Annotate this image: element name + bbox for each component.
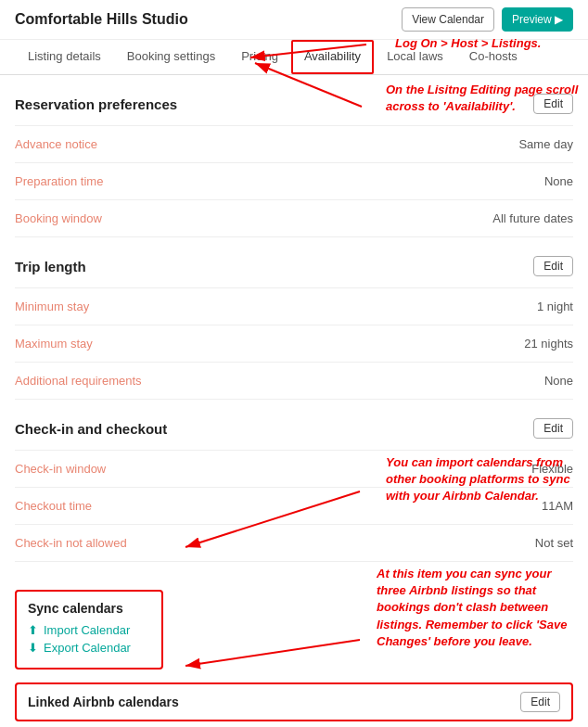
preparation-time-value: None bbox=[544, 174, 573, 188]
minimum-stay-label: Minimum stay bbox=[15, 300, 89, 313]
export-icon: ⬇ bbox=[28, 641, 38, 655]
maximum-stay-label: Maximum stay bbox=[15, 337, 93, 351]
booking-window-label: Booking window bbox=[15, 211, 102, 225]
sync-calendars-box: Sync calendars ⬆ Import Calendar ⬇ Expor… bbox=[15, 590, 163, 670]
minimum-stay-value: 1 night bbox=[537, 300, 573, 313]
annotation-sync: At this item you can sync your three Air… bbox=[377, 566, 581, 650]
maximum-stay-row: Maximum stay 21 nights bbox=[15, 325, 573, 363]
reservation-preferences-title: Reservation preferences bbox=[15, 96, 177, 112]
import-calendar-link[interactable]: ⬆ Import Calendar bbox=[28, 623, 150, 637]
additional-requirements-label: Additional requirements bbox=[15, 374, 142, 388]
checkin-window-label: Check-in window bbox=[15, 462, 106, 476]
advance-notice-label: Advance notice bbox=[15, 137, 97, 151]
trip-length-section: Trip length Edit Minimum stay 1 night Ma… bbox=[15, 256, 573, 400]
tab-availability[interactable]: Availability bbox=[291, 40, 374, 74]
page-title: Comfortable Hills Studio bbox=[15, 11, 188, 28]
checkin-checkout-title: Check-in and checkout bbox=[15, 421, 167, 437]
booking-window-value: All future dates bbox=[492, 211, 573, 225]
trip-length-title: Trip length bbox=[15, 259, 86, 274]
advance-notice-value: Same day bbox=[518, 137, 573, 151]
preparation-time-label: Preparation time bbox=[15, 174, 103, 188]
top-bar-buttons: View Calendar Preview ▶ bbox=[402, 7, 573, 32]
linked-airbnb-box: Linked Airbnb calendars Edit bbox=[15, 682, 573, 721]
preview-button[interactable]: Preview ▶ bbox=[502, 7, 573, 32]
sync-calendars-title: Sync calendars bbox=[28, 601, 150, 616]
import-icon: ⬆ bbox=[28, 623, 38, 637]
trip-length-edit-button[interactable]: Edit bbox=[533, 256, 573, 276]
export-calendar-label: Export Calendar bbox=[44, 641, 131, 655]
tab-pricing[interactable]: Pricing bbox=[228, 40, 291, 74]
checkin-not-allowed-label: Check-in not allowed bbox=[15, 536, 127, 550]
additional-requirements-row: Additional requirements None bbox=[15, 363, 573, 400]
import-calendar-label: Import Calendar bbox=[44, 623, 130, 637]
checkout-time-label: Checkout time bbox=[15, 499, 92, 513]
checkin-checkout-header: Check-in and checkout Edit bbox=[15, 418, 573, 439]
additional-requirements-value: None bbox=[544, 374, 573, 388]
export-calendar-link[interactable]: ⬇ Export Calendar bbox=[28, 641, 150, 655]
checkin-not-allowed-value: Not set bbox=[535, 536, 573, 550]
linked-airbnb-edit-button[interactable]: Edit bbox=[520, 692, 560, 712]
annotation-import: You can import calendars from other book… bbox=[386, 454, 581, 505]
minimum-stay-row: Minimum stay 1 night bbox=[15, 288, 573, 325]
linked-airbnb-title: Linked Airbnb calendars bbox=[28, 695, 179, 709]
trip-length-header: Trip length Edit bbox=[15, 256, 573, 276]
maximum-stay-value: 21 nights bbox=[524, 337, 573, 351]
advance-notice-row: Advance notice Same day bbox=[15, 126, 573, 163]
checkin-checkout-edit-button[interactable]: Edit bbox=[533, 418, 573, 439]
view-calendar-button[interactable]: View Calendar bbox=[402, 7, 494, 32]
tab-booking-settings[interactable]: Booking settings bbox=[114, 40, 228, 74]
tab-listing-details[interactable]: Listing details bbox=[15, 40, 114, 74]
preparation-time-row: Preparation time None bbox=[15, 163, 573, 200]
booking-window-row: Booking window All future dates bbox=[15, 200, 573, 237]
checkin-not-allowed-row: Check-in not allowed Not set bbox=[15, 525, 573, 562]
annotation-log-on: Log On > Host > Listings. bbox=[395, 35, 581, 52]
annotation-listing: On the Lisitng Editing page scroll acros… bbox=[386, 82, 581, 115]
top-bar: Comfortable Hills Studio View Calendar P… bbox=[0, 0, 588, 40]
